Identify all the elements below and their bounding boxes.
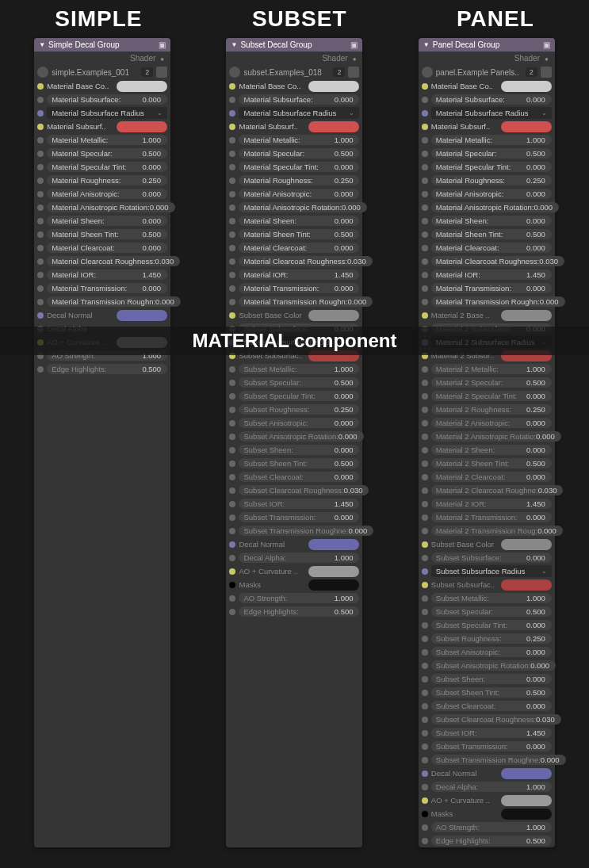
color-swatch[interactable]: [308, 579, 359, 591]
socket-dot-icon[interactable]: [422, 703, 428, 709]
number-field[interactable]: Material 2 Sheen:0.000: [431, 445, 552, 455]
number-field[interactable]: Material 2 Anisotropic Rotatio:0.000: [431, 431, 561, 442]
number-field[interactable]: Subset Sheen:0.000: [239, 445, 359, 455]
socket-dot-icon[interactable]: [37, 191, 44, 197]
number-field[interactable]: Subset Clearcoat Roughness:0.030: [239, 485, 369, 495]
number-field[interactable]: Subset Specular Tint:0.000: [239, 391, 359, 401]
fake-user-icon[interactable]: [156, 67, 167, 78]
socket-dot-icon[interactable]: [229, 326, 235, 332]
socket-dot-icon[interactable]: [229, 312, 235, 319]
number-field[interactable]: Subset Anisotropic:0.000: [239, 418, 359, 428]
node-options-icon[interactable]: ▣: [159, 40, 166, 49]
socket-dot-icon[interactable]: [37, 178, 44, 184]
color-swatch[interactable]: [501, 121, 552, 132]
number-field[interactable]: Subset Transmission Roughne:0.000: [431, 755, 566, 765]
socket-dot-icon[interactable]: [229, 258, 235, 265]
number-field[interactable]: Material Metallic:1.000: [47, 135, 167, 145]
number-field[interactable]: Material 2 Specular Tint:0.000: [431, 391, 552, 401]
socket-dot-icon[interactable]: [229, 124, 235, 130]
socket-dot-icon[interactable]: [422, 124, 428, 130]
socket-dot-icon[interactable]: [422, 555, 428, 561]
socket-dot-icon[interactable]: [422, 353, 428, 359]
nodegroup-selector[interactable]: panel.Example Panels..2: [419, 65, 555, 79]
socket-dot-icon[interactable]: [229, 272, 235, 278]
number-field[interactable]: Subset Subsurface:0.000: [239, 323, 359, 334]
socket-dot-icon[interactable]: [422, 110, 428, 117]
number-field[interactable]: Subset IOR:1.450: [239, 499, 359, 509]
socket-dot-icon[interactable]: [422, 676, 428, 683]
number-field[interactable]: AO Strength:1.000: [239, 593, 359, 603]
socket-dot-icon[interactable]: [422, 797, 428, 804]
socket-dot-icon[interactable]: [37, 110, 44, 117]
number-field[interactable]: Material 2 Sheen Tint:0.500: [431, 458, 552, 468]
number-field[interactable]: Material Sheen Tint:0.500: [431, 229, 552, 239]
dropdown-select[interactable]: Subset Subsurface Radius⌄: [431, 565, 552, 577]
number-field[interactable]: Material Anisotropic Rotation:0.000: [239, 202, 366, 212]
number-field[interactable]: Subset Roughness:0.250: [239, 404, 359, 415]
socket-dot-icon[interactable]: [422, 285, 428, 292]
color-swatch[interactable]: [117, 81, 167, 92]
number-field[interactable]: Subset Specular:0.500: [431, 606, 552, 617]
collapse-arrow-icon[interactable]: ▼: [423, 41, 430, 48]
number-field[interactable]: Subset Transmission:0.000: [239, 512, 359, 522]
socket-dot-icon[interactable]: [422, 824, 428, 831]
number-field[interactable]: Subset Sheen:0.000: [431, 674, 552, 684]
socket-dot-icon[interactable]: [229, 191, 235, 197]
dropdown-select[interactable]: Material Subsurface Radius⌄: [47, 107, 167, 119]
color-swatch[interactable]: [308, 539, 359, 550]
socket-dot-icon[interactable]: [422, 366, 428, 373]
socket-dot-icon[interactable]: [422, 151, 428, 157]
dropdown-select[interactable]: Material Subsurface Radius⌄: [239, 107, 359, 119]
dropdown-select[interactable]: Material 2 Subsurface Radius⌄: [431, 336, 552, 348]
socket-dot-icon[interactable]: [229, 514, 235, 521]
socket-dot-icon[interactable]: [37, 164, 44, 170]
socket-dot-icon[interactable]: [422, 568, 428, 575]
socket-dot-icon[interactable]: [422, 339, 428, 346]
socket-dot-icon[interactable]: [422, 595, 428, 602]
number-field[interactable]: Subset Specular:0.500: [239, 377, 359, 388]
number-field[interactable]: Material Clearcoat:0.000: [431, 243, 552, 253]
color-swatch[interactable]: [501, 81, 552, 92]
number-field[interactable]: Material IOR:1.450: [431, 270, 552, 280]
socket-dot-icon[interactable]: [229, 488, 235, 494]
color-swatch[interactable]: [308, 310, 359, 321]
number-field[interactable]: Subset Specular Tint:0.000: [431, 620, 552, 630]
socket-dot-icon[interactable]: [229, 501, 235, 507]
number-field[interactable]: Subset Sheen Tint:0.500: [431, 687, 552, 698]
socket-dot-icon[interactable]: [229, 205, 235, 211]
socket-dot-icon[interactable]: [422, 744, 428, 750]
socket-dot-icon[interactable]: [422, 137, 428, 143]
socket-dot-icon[interactable]: [37, 339, 44, 346]
number-field[interactable]: Material Specular Tint:0.000: [47, 162, 167, 172]
socket-dot-icon[interactable]: [229, 474, 235, 480]
socket-dot-icon[interactable]: [37, 137, 44, 143]
socket-dot-icon[interactable]: [422, 299, 428, 305]
number-field[interactable]: Subset Subsurface:0.000: [431, 553, 552, 563]
number-field[interactable]: Material Roughness:0.250: [239, 175, 359, 185]
socket-dot-icon[interactable]: [422, 231, 428, 238]
color-swatch[interactable]: [117, 337, 167, 348]
number-field[interactable]: Material Transmission:0.000: [431, 283, 552, 293]
number-field[interactable]: Material Subsurface:0.000: [239, 94, 359, 105]
number-field[interactable]: Material Transmission Roughn:0.000: [239, 296, 373, 307]
socket-dot-icon[interactable]: [422, 784, 428, 790]
socket-dot-icon[interactable]: [229, 568, 235, 575]
socket-dot-icon[interactable]: [422, 582, 428, 588]
socket-dot-icon[interactable]: [422, 514, 428, 521]
color-swatch[interactable]: [308, 121, 359, 132]
socket-dot-icon[interactable]: [229, 245, 235, 251]
socket-dot-icon[interactable]: [229, 609, 235, 615]
socket-dot-icon[interactable]: [37, 299, 44, 305]
socket-dot-icon[interactable]: [422, 501, 428, 507]
number-field[interactable]: Material 2 Subsurface:0.000: [431, 323, 552, 334]
socket-dot-icon[interactable]: [422, 83, 428, 90]
color-swatch[interactable]: [501, 350, 552, 361]
socket-dot-icon[interactable]: [37, 124, 44, 130]
socket-dot-icon[interactable]: [229, 178, 235, 184]
socket-dot-icon[interactable]: [37, 83, 44, 90]
socket-dot-icon[interactable]: [229, 285, 235, 292]
socket-dot-icon[interactable]: [37, 231, 44, 238]
number-field[interactable]: Subset Anisotropic Rotation:0.000: [239, 431, 363, 442]
node-options-icon[interactable]: ▣: [350, 40, 358, 49]
socket-dot-icon[interactable]: [422, 649, 428, 656]
